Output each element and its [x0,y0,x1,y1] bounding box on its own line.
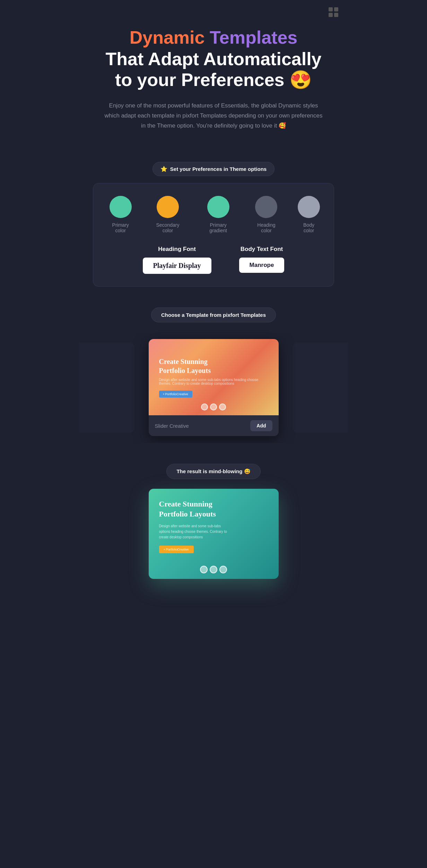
body-font-badge[interactable]: Manrope [239,258,285,273]
heading-font-group: Heading Font Playfair Display [143,246,211,274]
result-dot-2 [210,566,217,573]
preferences-badge: ⭐ Set your Preferences in Theme options [152,162,274,176]
template-img-button: • PortfolioCreative [159,391,192,398]
primary-gradient-label: Primary gradient [201,222,235,233]
template-chooser-badge: Choose a Template from pixfort Templates [151,307,276,322]
template-card-left [79,342,134,433]
result-image-content: Create Stunning Portfolio Layouts Design… [159,499,268,553]
result-img-subtitle: Design after website and some sub-tabs o… [159,523,228,540]
primary-gradient-circle[interactable] [207,196,229,218]
add-template-button[interactable]: Add [250,420,272,431]
template-carousel: Create Stunning Portfolio Layouts Design… [79,332,348,443]
template-card-image: Create Stunning Portfolio Layouts Design… [149,339,279,415]
template-card-main[interactable]: Create Stunning Portfolio Layouts Design… [149,339,279,436]
hero-title-line1: Dynamic Templates [93,28,334,47]
swatch-heading[interactable]: Heading color [252,196,280,233]
swatch-primary-gradient[interactable]: Primary gradient [201,196,235,233]
svg-rect-1 [334,7,338,11]
heading-color-circle[interactable] [255,196,277,218]
template-dot-3 [219,403,226,410]
color-swatches: Primary color Secondary color Primary gr… [107,196,320,233]
primary-color-label: Primary color [107,222,134,233]
hero-section: Dynamic Templates That Adapt Automatical… [79,0,348,162]
secondary-color-circle[interactable] [157,196,179,218]
preferences-panel: Primary color Secondary color Primary gr… [93,183,334,287]
template-card-footer: Slider Creative Add [149,415,279,436]
template-img-title: Create Stunning Portfolio Layouts [159,357,268,375]
preferences-badge-container: ⭐ Set your Preferences in Theme options [79,162,348,176]
svg-rect-0 [329,7,333,11]
heading-font-label: Heading Font [158,246,196,253]
body-color-circle[interactable] [298,196,320,218]
template-chooser-badge-container: Choose a Template from pixfort Templates [79,307,348,322]
hero-description: Enjoy one of the most powerful features … [103,101,324,131]
result-img-title: Create Stunning Portfolio Layouts [159,499,268,519]
hero-title-line2: That Adapt Automatically [93,49,334,70]
mind-blowing-badge-container: The result is mind-blowing 😅 [79,464,348,479]
template-img-dots [201,403,226,410]
logo-area [327,7,340,19]
body-color-label: Body color [298,222,320,233]
heading-color-label: Heading color [252,222,280,233]
hero-title-line3: to your Preferences 😍 [93,70,334,90]
result-dot-1 [200,566,208,573]
primary-color-circle[interactable] [110,196,132,218]
result-wrapper: Create Stunning Portfolio Layouts Design… [79,489,348,579]
result-dot-3 [219,566,227,573]
templates-word: Templates [210,27,297,47]
pixfort-icon [328,7,339,20]
result-img-dots [200,566,227,573]
template-img-subtitle: Design after website and some sub-tabs o… [159,378,268,385]
template-card-right [293,342,348,433]
swatch-primary[interactable]: Primary color [107,196,134,233]
swatch-body[interactable]: Body color [298,196,320,233]
font-section: Heading Font Playfair Display Body Text … [107,246,320,274]
svg-rect-2 [329,13,333,17]
badge-star-icon: ⭐ [160,166,167,172]
template-dot-1 [201,403,208,410]
secondary-color-label: Secondary color [151,222,184,233]
preferences-badge-label: Set your Preferences in Theme options [170,166,267,172]
body-font-group: Body Text Font Manrope [239,246,285,274]
heading-font-badge[interactable]: Playfair Display [143,258,211,274]
template-card-name: Slider Creative [155,423,189,429]
mind-blowing-badge: The result is mind-blowing 😅 [166,464,260,479]
result-card: Create Stunning Portfolio Layouts Design… [149,489,279,579]
result-card-image: Create Stunning Portfolio Layouts Design… [149,489,279,579]
result-img-button: • PortfolioCreative [159,546,194,553]
template-image-content: Create Stunning Portfolio Layouts Design… [149,347,279,408]
dynamic-word: Dynamic [130,27,205,47]
swatch-secondary[interactable]: Secondary color [151,196,184,233]
page-wrapper: Dynamic Templates That Adapt Automatical… [79,0,348,868]
body-font-label: Body Text Font [241,246,283,253]
template-dot-2 [210,403,217,410]
svg-rect-3 [334,13,338,17]
